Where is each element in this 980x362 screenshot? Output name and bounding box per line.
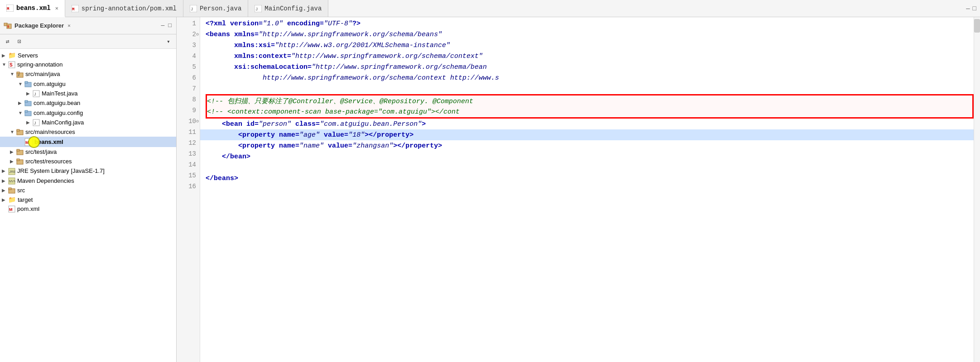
tree-item-beans-xml[interactable]: M beans.xml: [0, 137, 176, 147]
xml-text: [320, 131, 324, 139]
tree-item-com-atguigu-bean[interactable]: ▶ com.atguigu.bean: [0, 98, 176, 108]
tree-item-label: src/main/java: [25, 71, 60, 77]
tree-item-label: com.atguigu.config: [34, 110, 83, 116]
tree-item-maven[interactable]: ▶ MVN Maven Dependencies: [0, 176, 176, 186]
pom-icon: M: [72, 5, 79, 12]
panel-maximize-button[interactable]: □: [167, 22, 173, 29]
xml-string: "age": [299, 131, 320, 139]
tab-person-java[interactable]: J Person.java: [183, 0, 248, 17]
svg-text:MVN: MVN: [9, 180, 15, 183]
xml-string: "com.atguigu.bean.Person": [320, 120, 422, 128]
maximize-button[interactable]: □: [973, 5, 976, 12]
tree-arrow: ▶: [26, 120, 33, 125]
panel-minimize-button[interactable]: —: [160, 22, 165, 29]
svg-text:M: M: [25, 140, 29, 145]
xml-bracket: <: [238, 142, 242, 150]
tab-close-button[interactable]: ✕: [55, 5, 58, 12]
line-num-6: 6: [177, 72, 200, 83]
xml-bracket: </: [206, 175, 214, 182]
tree-item-src-main-resources[interactable]: ▼ src/main/resources: [0, 127, 176, 137]
code-line-5: xsi:schemaLocation="http://www.springfra…: [200, 62, 974, 72]
collapse-all-button[interactable]: ⇄: [3, 37, 13, 47]
line-num-11: 11: [177, 127, 200, 138]
tree-item-pom-xml[interactable]: M pom.xml: [0, 204, 176, 214]
tree-item-mainconfig[interactable]: ▶ J MainConfig.java: [0, 118, 176, 127]
line-num-3: 3: [177, 40, 200, 51]
tab-bar: M beans.xml ✕ M spring-annotation/pom.xm…: [0, 0, 980, 17]
minimize-button[interactable]: —: [966, 5, 970, 12]
resources-folder-icon: [16, 128, 24, 136]
src-test-folder-icon: [16, 148, 24, 156]
library-icon: JRE: [8, 167, 15, 175]
tree-item-src-main-java[interactable]: ▼ J src/main/java: [0, 69, 176, 79]
xml-string: "http://www.springframework.org/schema/b…: [259, 31, 442, 38]
tree-item-src[interactable]: ▶ src: [0, 186, 176, 195]
code-line-12: <property name="name" value="zhangsan"><…: [200, 140, 974, 151]
tree-item-spring-annotation[interactable]: ▼ S spring-annotation: [0, 60, 176, 69]
tree-item-com-atguigu-config[interactable]: ▼ com.atguigu.config: [0, 108, 176, 117]
tab-pom-xml[interactable]: M spring-annotation/pom.xml: [65, 0, 183, 17]
line-num-2: 2⊖: [177, 29, 200, 40]
tree-item-label: src/main/resources: [25, 129, 75, 135]
xml-attr: value=: [324, 131, 348, 139]
line-num-10: 10⊖: [177, 116, 200, 127]
mainconfig-tab-label: MainConfig.java: [264, 5, 322, 12]
code-line-9: <!-- <context:component-scan base-packag…: [207, 106, 972, 117]
window-controls: — □: [962, 0, 980, 17]
scrollbar-thumb[interactable]: [974, 19, 980, 33]
pom-tab-label: spring-annotation/pom.xml: [82, 5, 177, 12]
line-num-13: 13: [177, 148, 200, 159]
package-icon: [24, 99, 32, 107]
xml-attr: xsi:schemaLocation=: [234, 63, 312, 71]
panel-toolbar: ⇄ ⊡ ▾: [0, 34, 176, 49]
xml-bracket: </: [222, 153, 230, 161]
tree-arrow: ▶: [2, 178, 8, 183]
panel-title: Package Explorer: [14, 22, 64, 29]
tree-item-maintest[interactable]: ▶ J MainTest.java: [0, 89, 176, 98]
svg-text:S: S: [10, 62, 13, 67]
package-tree[interactable]: ▶ 📁 Servers ▼ S spring-annotation ▼: [0, 49, 176, 362]
svg-rect-27: [17, 129, 19, 131]
tree-item-label: com.atguigu.bean: [34, 100, 80, 106]
tree-item-com-atguigu[interactable]: ▼ com.atguigu: [0, 79, 176, 89]
tree-item-jre[interactable]: ▶ JRE JRE System Library [JavaSE-1.7]: [0, 166, 176, 176]
svg-rect-31: [17, 149, 19, 151]
code-line-13: </bean>: [200, 151, 974, 162]
tree-arrow: ▼: [10, 129, 16, 134]
tree-item-target[interactable]: ▶ 📁 target: [0, 195, 176, 204]
xml-tag: property: [242, 131, 275, 139]
tree-arrow: ▼: [10, 71, 16, 76]
tree-item-src-test-resources[interactable]: ▶ src/test/resources: [0, 157, 176, 166]
line-numbers: 1 2⊖ 3 4 5 6 7 8 9 10⊖ 11 12 13 14 15 16: [177, 17, 200, 362]
xml-bracket: <?: [206, 20, 214, 28]
xml-text: [206, 142, 238, 150]
view-menu-button[interactable]: ▾: [163, 37, 173, 47]
code-text[interactable]: <?xml version="1.0" encoding="UTF-8"?> <…: [200, 17, 974, 362]
tab-mainconfig-java[interactable]: J MainConfig.java: [248, 0, 328, 17]
xml-attr: xmlns:xsi=: [234, 42, 275, 49]
package-icon: [24, 109, 32, 116]
line-num-14: 14: [177, 159, 200, 170]
xml-comment: <!-- 包扫描、只要标注了@Controller、@Service、@Repo…: [207, 97, 473, 105]
editor-scroll-area[interactable]: 1 2⊖ 3 4 5 6 7 8 9 10⊖ 11 12 13 14 15 16: [177, 17, 980, 362]
tree-item-label: Maven Dependencies: [17, 177, 74, 184]
xml-tag: property: [405, 142, 438, 150]
code-line-8: <!-- 包扫描、只要标注了@Controller、@Service、@Repo…: [207, 95, 972, 106]
tree-item-servers[interactable]: ▶ 📁 Servers: [0, 51, 176, 60]
package-explorer-panel: S Package Explorer ✕ — □ ⇄ ⊡ ▾ ▶ 📁 Serve…: [0, 17, 177, 362]
panel-title-x[interactable]: ✕: [67, 23, 71, 29]
editor-scrollbar[interactable]: [974, 17, 980, 362]
xml-attr: version=: [230, 20, 263, 28]
link-editor-button[interactable]: ⊡: [14, 37, 24, 47]
tab-beans-xml[interactable]: M beans.xml ✕: [0, 0, 65, 17]
xml-string: "http://www.springframework.org/schema/c…: [291, 52, 483, 60]
svg-rect-39: [9, 188, 11, 190]
tree-item-label: JRE System Library [JavaSE-1.7]: [17, 167, 105, 174]
tree-item-src-test-java[interactable]: ▶ src/test/java: [0, 147, 176, 157]
xml-file-icon: M: [6, 5, 14, 12]
xml-string: "18": [348, 131, 365, 139]
svg-text:S: S: [7, 25, 9, 29]
src-folder-icon: J: [16, 70, 24, 78]
line-num-8: 8: [177, 94, 200, 105]
tree-arrow: ▶: [10, 149, 16, 154]
